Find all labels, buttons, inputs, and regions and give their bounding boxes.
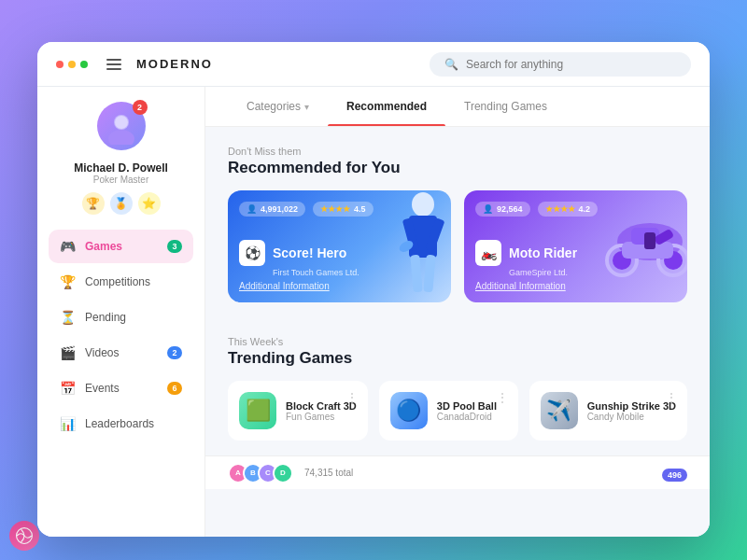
sidebar-item-competitions[interactable]: 🏆 Competitions xyxy=(49,265,193,299)
events-icon: 📅 xyxy=(60,381,76,396)
gunship-name: Gunship Strike 3D xyxy=(587,400,676,412)
moto-rider-title-row: 🏍️ Moto Rider xyxy=(475,240,676,266)
gunship-info: Gunship Strike 3D Candy Mobile xyxy=(587,400,676,422)
recommended-section: Don't Miss them Recommended for You 👤 4,… xyxy=(205,127,710,336)
trending-section: This Week's Trending Games 🟩 Block Craft… xyxy=(205,336,710,455)
tab-categories[interactable]: Categories ▾ xyxy=(228,87,328,126)
sidebar-item-games-label: Games xyxy=(85,240,158,253)
nav-items: 🎮 Games 3 🏆 Competitions ⏳ Pending 🎬 Vid… xyxy=(37,230,204,442)
tab-categories-label: Categories xyxy=(247,100,301,113)
badge-star: ⭐ xyxy=(138,192,161,215)
search-icon: 🔍 xyxy=(444,58,458,71)
leaderboard-icon: 📊 xyxy=(60,416,76,431)
app-logo: MODERNO xyxy=(136,57,213,71)
score-hero-link[interactable]: Additional Information xyxy=(239,281,440,291)
sidebar-item-leaderboards-label: Leaderboards xyxy=(85,417,182,430)
moto-rider-link[interactable]: Additional Information xyxy=(475,281,676,291)
top-bar: MODERNO 🔍 xyxy=(37,42,710,87)
score-hero-name: Score! Hero xyxy=(273,245,346,260)
pool-ball-publisher: CanadaDroid xyxy=(437,412,507,422)
sidebar-item-events[interactable]: 📅 Events 6 xyxy=(49,371,193,405)
sidebar-item-pending[interactable]: ⏳ Pending xyxy=(49,301,193,334)
moto-rider-publisher: GameSpire Ltd. xyxy=(509,268,676,277)
pool-ball-icon: 🔵 xyxy=(390,392,428,429)
search-bar[interactable]: 🔍 xyxy=(430,52,691,77)
trophy-icon: 🏆 xyxy=(60,274,76,289)
trending-subtitle: This Week's xyxy=(228,336,687,347)
games-count: 3 xyxy=(167,240,182,253)
score-hero-icon: ⚽ xyxy=(239,240,265,266)
card-meta-moto-rider: 👤 92,564 ★★★★ 4.2 xyxy=(475,202,676,217)
chevron-down-icon: ▾ xyxy=(304,102,309,112)
recommended-subtitle: Don't Miss them xyxy=(228,146,687,157)
moto-rider-rating: ★★★★ 4.2 xyxy=(538,202,599,217)
block-craft-icon: 🟩 xyxy=(239,392,276,429)
trending-cards-row: 🟩 Block Craft 3D Fun Games ⋮ 🔵 3D Pool B… xyxy=(228,381,687,441)
moto-rider-users: 👤 92,564 xyxy=(475,202,530,217)
sidebar-item-competitions-label: Competitions xyxy=(85,275,182,288)
search-input[interactable] xyxy=(466,58,676,71)
sidebar-item-events-label: Events xyxy=(85,382,158,395)
game-card-moto-rider[interactable]: 👤 92,564 ★★★★ 4.2 🏍️ xyxy=(464,190,687,302)
menu-icon[interactable] xyxy=(106,59,121,70)
card-info-moto-rider: 👤 92,564 ★★★★ 4.2 🏍️ xyxy=(464,190,687,302)
badge-trophy: 🏆 xyxy=(82,192,105,215)
card-bottom-moto-rider: 🏍️ Moto Rider GameSpire Ltd. Additional … xyxy=(475,240,676,291)
card-meta-score-hero: 👤 4,991,022 ★★★★ 4.5 xyxy=(239,202,440,217)
bottom-count-badge: 496 xyxy=(662,469,687,482)
user-name: Michael D. Powell xyxy=(74,161,168,175)
events-count: 6 xyxy=(167,382,182,395)
trending-card-gunship[interactable]: ✈️ Gunship Strike 3D Candy Mobile ⋮ xyxy=(529,381,687,441)
sidebar-item-videos-label: Videos xyxy=(85,346,158,359)
score-hero-users: 👤 4,991,022 xyxy=(239,202,305,217)
recommended-title: Recommended for You xyxy=(228,159,687,177)
tab-recommended-label: Recommended xyxy=(346,100,427,113)
dribbble-logo[interactable] xyxy=(9,521,39,551)
moto-rider-icon: 🏍️ xyxy=(475,240,501,266)
svg-point-2 xyxy=(108,130,134,145)
sidebar-item-videos[interactable]: 🎬 Videos 2 xyxy=(49,336,193,370)
achievement-badges: 🏆 🏅 ⭐ xyxy=(82,192,161,215)
block-craft-publisher: Fun Games xyxy=(286,412,357,422)
bottom-total: 74,315 total xyxy=(304,468,353,478)
notification-badge: 2 xyxy=(133,100,148,115)
gamepad-icon: 🎮 xyxy=(60,239,76,254)
user-title: Poker Master xyxy=(93,175,148,185)
badge-medal: 🏅 xyxy=(110,192,133,215)
trending-card-block-craft[interactable]: 🟩 Block Craft 3D Fun Games ⋮ xyxy=(228,381,368,441)
pool-ball-menu[interactable]: ⋮ xyxy=(496,390,509,405)
tab-recommended[interactable]: Recommended xyxy=(328,87,445,126)
gunship-icon: ✈️ xyxy=(541,392,578,429)
app-window: MODERNO 🔍 2 Michael D. Powell Poker Mast… xyxy=(37,42,710,537)
bottom-avatars: A B C D xyxy=(228,463,293,483)
game-cards-row: 👤 4,991,022 ★★★★ 4.5 ⚽ xyxy=(228,190,687,302)
gunship-menu[interactable]: ⋮ xyxy=(665,390,678,405)
trending-title: Trending Games xyxy=(228,349,687,368)
main-layout: 2 Michael D. Powell Poker Master 🏆 🏅 ⭐ 🎮… xyxy=(37,87,710,537)
gunship-publisher: Candy Mobile xyxy=(587,412,676,422)
bottom-avatar-4: D xyxy=(273,463,293,483)
tab-trending-label: Trending Games xyxy=(464,100,547,113)
svg-point-3 xyxy=(115,116,128,129)
sidebar-item-leaderboards[interactable]: 📊 Leaderboards xyxy=(49,407,193,441)
card-info-score-hero: 👤 4,991,022 ★★★★ 4.5 ⚽ xyxy=(228,190,451,302)
card-bottom-score-hero: ⚽ Score! Hero First Touch Games Ltd. Add… xyxy=(239,240,440,291)
tab-trending[interactable]: Trending Games xyxy=(445,87,566,126)
videos-count: 2 xyxy=(167,346,182,359)
bottom-bar: A B C D 74,315 total 496 xyxy=(205,455,710,489)
trending-card-pool-ball[interactable]: 🔵 3D Pool Ball CanadaDroid ⋮ xyxy=(379,381,518,441)
bottom-count-container: 496 xyxy=(662,465,687,482)
minimize-dot[interactable] xyxy=(68,61,76,68)
sidebar-item-games[interactable]: 🎮 Games 3 xyxy=(49,230,193,263)
sidebar: 2 Michael D. Powell Poker Master 🏆 🏅 ⭐ 🎮… xyxy=(37,87,205,537)
score-hero-publisher: First Touch Games Ltd. xyxy=(273,268,440,277)
avatar-container: 2 xyxy=(97,102,146,150)
close-dot[interactable] xyxy=(56,61,63,68)
tabs-row: Categories ▾ Recommended Trending Games xyxy=(205,87,710,127)
window-controls xyxy=(56,61,88,68)
maximize-dot[interactable] xyxy=(80,61,88,68)
score-hero-rating: ★★★★ 4.5 xyxy=(313,202,374,217)
game-card-score-hero[interactable]: 👤 4,991,022 ★★★★ 4.5 ⚽ xyxy=(228,190,451,302)
content-area: Categories ▾ Recommended Trending Games … xyxy=(205,87,710,537)
block-craft-menu[interactable]: ⋮ xyxy=(345,390,359,405)
